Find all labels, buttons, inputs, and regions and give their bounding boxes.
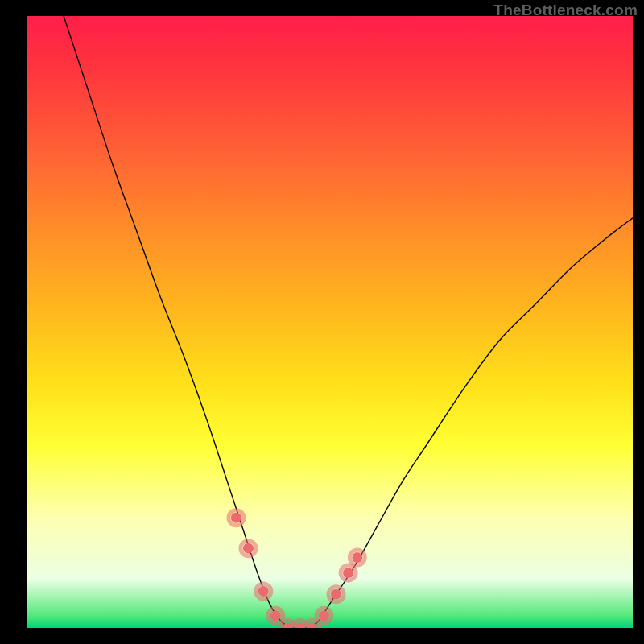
bottleneck-curve <box>64 16 633 628</box>
watermark-text: TheBottleneck.com <box>493 2 638 19</box>
curve-marker-core <box>231 513 242 523</box>
curve-marker-core <box>243 543 254 554</box>
curve-markers <box>229 510 365 628</box>
curve-marker-core <box>258 586 269 597</box>
curve-marker-core <box>331 589 341 600</box>
chart-svg <box>27 16 633 628</box>
curve-marker-core <box>343 568 353 578</box>
curve-marker-core <box>352 552 362 563</box>
curve-marker-core <box>270 610 281 621</box>
curve-marker-core <box>319 610 329 621</box>
chart-plot-area <box>27 16 633 628</box>
